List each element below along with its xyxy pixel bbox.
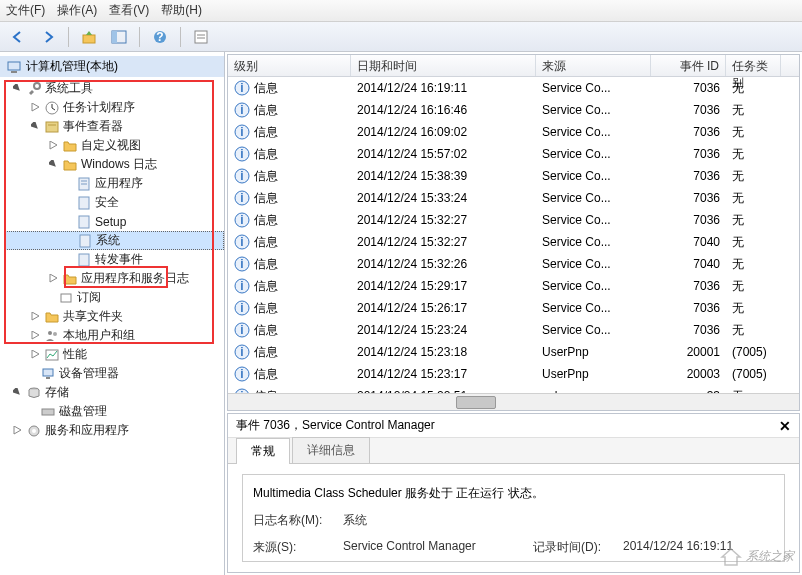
cell-datetime: 2014/12/24 15:29:17 [351, 279, 536, 293]
table-row[interactable]: i信息2014/12/24 16:16:46Service Co...7036无 [228, 99, 799, 121]
svg-point-23 [53, 332, 57, 336]
menu-help[interactable]: 帮助(H) [161, 2, 202, 19]
expander-closed-icon[interactable] [30, 330, 41, 341]
table-row[interactable]: i信息2014/12/24 15:32:27Service Co...7040无 [228, 231, 799, 253]
expander-closed-icon[interactable] [30, 102, 41, 113]
svg-text:i: i [240, 169, 243, 183]
cell-task: 无 [726, 212, 781, 229]
table-row[interactable]: i信息2014/12/24 16:09:02Service Co...7036无 [228, 121, 799, 143]
node-log-system[interactable]: 系统 [4, 231, 224, 250]
expander-open-icon[interactable] [12, 387, 23, 398]
table-row[interactable]: i信息2014/12/24 15:23:24Service Co...7036无 [228, 319, 799, 341]
node-local-users[interactable]: 本地用户和组 [4, 326, 224, 345]
cell-datetime: 2014/12/24 15:32:27 [351, 235, 536, 249]
expander-closed-icon[interactable] [30, 349, 41, 360]
cell-source: Service Co... [536, 191, 651, 205]
table-row[interactable]: i信息2014/12/24 15:57:02Service Co...7036无 [228, 143, 799, 165]
cell-level: 信息 [254, 212, 278, 229]
table-row[interactable]: i信息2014/12/24 15:26:17Service Co...7036无 [228, 297, 799, 319]
cell-task: 无 [726, 278, 781, 295]
menu-file[interactable]: 文件(F) [6, 2, 45, 19]
expander-open-icon[interactable] [30, 121, 41, 132]
cell-source: Service Co... [536, 103, 651, 117]
col-source[interactable]: 来源 [536, 55, 651, 76]
svg-text:i: i [240, 213, 243, 227]
tree-root[interactable]: 计算机管理(本地) [0, 56, 224, 77]
menu-action[interactable]: 操作(A) [57, 2, 97, 19]
node-device-manager[interactable]: 设备管理器 [4, 364, 224, 383]
node-app-service-logs[interactable]: 应用程序和服务日志 [4, 269, 224, 288]
cell-source: UserPnp [536, 345, 651, 359]
cell-source: Service Co... [536, 235, 651, 249]
node-task-scheduler[interactable]: 任务计划程序 [4, 98, 224, 117]
node-log-setup[interactable]: Setup [4, 212, 224, 231]
menu-view[interactable]: 查看(V) [109, 2, 149, 19]
table-row[interactable]: i信息2014/12/24 15:38:39Service Co...7036无 [228, 165, 799, 187]
node-log-forwarded[interactable]: 转发事件 [4, 250, 224, 269]
svg-point-10 [34, 83, 40, 89]
table-row[interactable]: i信息2014/12/24 15:32:27Service Co...7036无 [228, 209, 799, 231]
node-event-viewer[interactable]: 事件查看器 [4, 117, 224, 136]
col-level[interactable]: 级别 [228, 55, 351, 76]
node-shared-folders[interactable]: 共享文件夹 [4, 307, 224, 326]
node-windows-logs[interactable]: Windows 日志 [4, 155, 224, 174]
svg-text:i: i [240, 125, 243, 139]
table-row[interactable]: i信息2014/12/24 15:23:18UserPnp20001(7005) [228, 341, 799, 363]
cell-event-id: 7036 [651, 323, 726, 337]
value-logged: 2014/12/24 16:19:11 [623, 539, 733, 556]
svg-rect-2 [112, 31, 117, 43]
table-row[interactable]: i信息2014/12/24 15:23:17UserPnp20003(7005) [228, 363, 799, 385]
properties-button[interactable] [189, 26, 213, 48]
node-log-application[interactable]: 应用程序 [4, 174, 224, 193]
table-row[interactable]: i信息2014/12/24 15:32:26Service Co...7040无 [228, 253, 799, 275]
node-system-tools[interactable]: 系统工具 [4, 79, 224, 98]
cell-task: 无 [726, 102, 781, 119]
storage-icon [26, 385, 42, 401]
col-task-category[interactable]: 任务类别 [726, 55, 781, 76]
svg-text:i: i [240, 257, 243, 271]
node-services-apps[interactable]: 服务和应用程序 [4, 421, 224, 440]
back-button[interactable] [6, 26, 30, 48]
col-event-id[interactable]: 事件 ID [651, 55, 726, 76]
expander-closed-icon[interactable] [48, 273, 59, 284]
expander-open-icon[interactable] [12, 83, 23, 94]
help-button[interactable]: ? [148, 26, 172, 48]
horizontal-scrollbar[interactable] [228, 393, 799, 410]
cell-datetime: 2014/12/24 15:38:39 [351, 169, 536, 183]
cell-task: 无 [726, 300, 781, 317]
expander-closed-icon[interactable] [48, 140, 59, 151]
node-disk-management[interactable]: 磁盘管理 [4, 402, 224, 421]
forward-button[interactable] [36, 26, 60, 48]
node-custom-views[interactable]: 自定义视图 [4, 136, 224, 155]
node-storage[interactable]: 存储 [4, 383, 224, 402]
node-log-security[interactable]: 安全 [4, 193, 224, 212]
tab-general[interactable]: 常规 [236, 438, 290, 464]
up-button[interactable] [77, 26, 101, 48]
table-row[interactable]: i信息2014/12/24 15:33:24Service Co...7036无 [228, 187, 799, 209]
table-row[interactable]: i信息2014/12/24 15:22:51volsnap33无 [228, 385, 799, 393]
table-row[interactable]: i信息2014/12/24 15:29:17Service Co...7036无 [228, 275, 799, 297]
table-row[interactable]: i信息2014/12/24 16:19:11Service Co...7036无 [228, 77, 799, 99]
col-datetime[interactable]: 日期和时间 [351, 55, 536, 76]
cell-source: Service Co... [536, 81, 651, 95]
cell-source: Service Co... [536, 323, 651, 337]
log-icon [77, 233, 93, 249]
svg-text:i: i [240, 103, 243, 117]
expander-closed-icon[interactable] [12, 425, 23, 436]
panel-toggle-button[interactable] [107, 26, 131, 48]
close-icon[interactable]: ✕ [779, 418, 791, 434]
cell-level: 信息 [254, 366, 278, 383]
node-subscriptions[interactable]: 订阅 [4, 288, 224, 307]
expander-closed-icon[interactable] [30, 311, 41, 322]
shared-folder-icon [44, 309, 60, 325]
cell-source: Service Co... [536, 125, 651, 139]
cell-level: 信息 [254, 124, 278, 141]
log-icon [76, 252, 92, 268]
expander-open-icon[interactable] [48, 159, 59, 170]
folder-icon [62, 157, 78, 173]
node-performance[interactable]: 性能 [4, 345, 224, 364]
cell-event-id: 7040 [651, 257, 726, 271]
tab-details[interactable]: 详细信息 [292, 437, 370, 463]
svg-point-30 [32, 429, 36, 433]
svg-text:?: ? [156, 30, 163, 44]
